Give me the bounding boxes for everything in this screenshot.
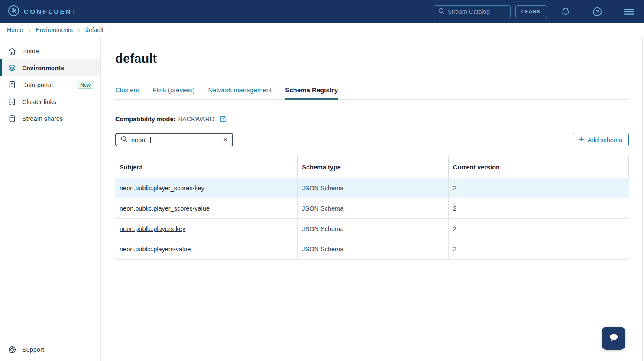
database-icon xyxy=(8,114,16,123)
column-header-subject: Subject xyxy=(115,156,298,178)
current-version-cell: 2 xyxy=(448,239,628,260)
search-query-text: neon. xyxy=(131,137,147,143)
new-badge: New xyxy=(77,81,94,89)
search-icon xyxy=(438,7,445,16)
subject-link[interactable]: neon.public.players-key xyxy=(120,225,185,232)
subject-link[interactable]: neon.public.player_scores-key xyxy=(120,185,204,192)
vertical-scrollbar[interactable] xyxy=(642,37,644,361)
add-schema-button[interactable]: + Add schema xyxy=(573,133,629,146)
column-header-current-version: Current version xyxy=(448,156,628,178)
tab-bar: Clusters Flink (preview) Network managem… xyxy=(115,86,629,100)
schema-type-cell: JSON Schema xyxy=(298,239,449,260)
sidebar-divider xyxy=(7,333,94,333)
stream-catalog-search[interactable] xyxy=(434,5,511,18)
clear-search-icon[interactable]: ✕ xyxy=(223,137,228,143)
sidebar-item-label: Support xyxy=(22,346,44,353)
sidebar-item-cluster-links[interactable]: Cluster links xyxy=(0,93,100,110)
sidebar-item-label: Stream shares xyxy=(22,115,63,122)
sidebar-item-label: Home xyxy=(22,48,39,55)
add-schema-label: Add schema xyxy=(587,137,622,143)
sidebar-item-label: Environments xyxy=(22,65,64,72)
sidebar-item-data-portal[interactable]: Data portal New xyxy=(0,76,100,93)
plus-icon: + xyxy=(579,135,584,144)
search-icon xyxy=(120,135,128,144)
stream-catalog-input[interactable] xyxy=(448,8,506,15)
brand-name: CONFLUENT xyxy=(24,8,78,15)
subject-link[interactable]: neon.public.player_scores-value xyxy=(120,205,210,212)
help-icon[interactable]: ? xyxy=(592,6,603,17)
chat-support-button[interactable] xyxy=(602,327,625,350)
breadcrumb-default[interactable]: default xyxy=(85,26,104,33)
text-cursor xyxy=(150,137,151,143)
chevron-right-icon: › xyxy=(28,26,30,34)
document-icon xyxy=(8,81,16,89)
lifebuoy-icon xyxy=(8,345,16,354)
sidebar: Home Environments Data po xyxy=(0,37,101,361)
main-content: default Clusters Flink (preview) Network… xyxy=(101,37,644,361)
sidebar-item-home[interactable]: Home xyxy=(0,42,100,59)
chevron-right-icon: › xyxy=(109,26,111,34)
sidebar-item-stream-shares[interactable]: Stream shares xyxy=(0,110,100,127)
table-row[interactable]: neon.public.player_scores-key JSON Schem… xyxy=(115,178,629,198)
table-row[interactable]: neon.public.player_scores-value JSON Sch… xyxy=(115,198,629,219)
bell-icon[interactable] xyxy=(560,6,571,17)
layers-icon xyxy=(8,64,16,72)
subject-link[interactable]: neon.public.players-value xyxy=(120,246,191,253)
tab-schema-registry[interactable]: Schema Registry xyxy=(285,86,338,99)
compatibility-mode-row: Compatibility mode: BACKWARD xyxy=(115,115,629,123)
column-header-schema-type: Schema type xyxy=(298,156,449,178)
breadcrumb-home[interactable]: Home xyxy=(7,26,23,33)
tab-network-management[interactable]: Network management xyxy=(208,86,272,99)
chevron-right-icon: › xyxy=(78,26,80,34)
edit-icon[interactable] xyxy=(219,115,227,123)
cluster-links-icon xyxy=(8,98,16,106)
current-version-cell: 2 xyxy=(448,219,628,239)
tab-clusters[interactable]: Clusters xyxy=(115,86,139,99)
tab-flink-preview[interactable]: Flink (preview) xyxy=(152,86,195,99)
schema-type-cell: JSON Schema xyxy=(298,198,449,219)
table-row[interactable]: neon.public.players-value JSON Schema 2 xyxy=(115,239,629,260)
breadcrumb: Home › Environments › default › xyxy=(0,23,644,37)
learn-button[interactable]: LEARN xyxy=(515,5,547,18)
sidebar-item-label: Cluster links xyxy=(22,98,56,105)
page-title: default xyxy=(115,52,629,66)
subject-search-input[interactable]: neon. ✕ xyxy=(115,133,233,146)
home-icon xyxy=(8,47,16,55)
confluent-logo-icon xyxy=(8,5,19,18)
sidebar-item-support[interactable]: Support xyxy=(0,341,100,358)
table-header-row: Subject Schema type Current version xyxy=(115,156,629,178)
hamburger-menu-icon[interactable] xyxy=(623,6,634,17)
schema-table: Subject Schema type Current version neon… xyxy=(115,156,629,260)
svg-text:?: ? xyxy=(595,9,599,14)
chat-bubble-icon xyxy=(607,331,620,345)
breadcrumb-environments[interactable]: Environments xyxy=(36,26,73,33)
current-version-cell: 2 xyxy=(448,178,628,198)
sidebar-item-environments[interactable]: Environments xyxy=(0,59,100,76)
sidebar-item-label: Data portal xyxy=(22,81,53,88)
compatibility-mode-label: Compatibility mode: xyxy=(115,116,175,123)
schema-type-cell: JSON Schema xyxy=(298,178,449,198)
top-navbar: CONFLUENT LEARN ? xyxy=(0,0,644,23)
current-version-cell: 2 xyxy=(448,198,628,219)
compatibility-mode-value: BACKWARD xyxy=(178,116,214,123)
table-row[interactable]: neon.public.players-key JSON Schema 2 xyxy=(115,219,629,239)
schema-type-cell: JSON Schema xyxy=(298,219,449,239)
confluent-logo[interactable]: CONFLUENT xyxy=(8,5,78,18)
